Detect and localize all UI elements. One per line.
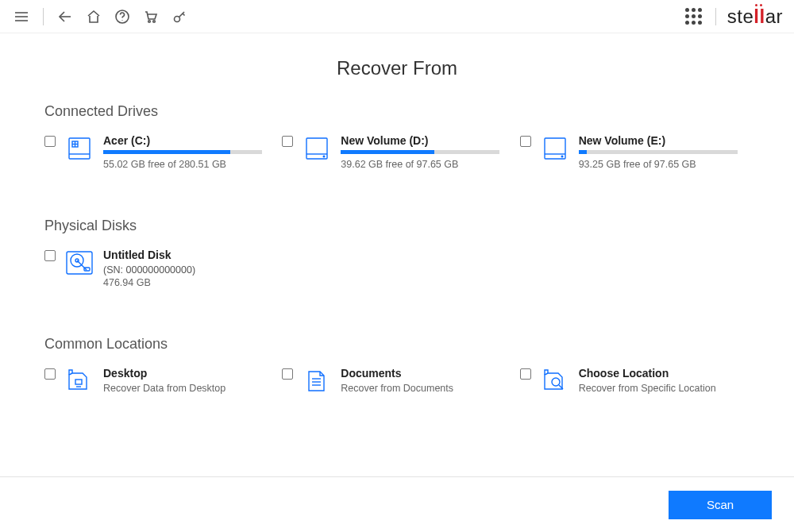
header-left: [11, 6, 190, 27]
checkbox[interactable]: [520, 368, 531, 380]
divider: [43, 8, 44, 25]
drive-body: Acer (C:) 55.02 GB free of 280.51 GB: [103, 134, 274, 170]
brand-logo: stellar: [727, 6, 783, 28]
location-choose[interactable]: Choose Location Recover from Specific Lo…: [520, 367, 750, 395]
svg-point-5: [121, 19, 122, 20]
svg-rect-26: [75, 380, 82, 384]
location-sub: Recover from Specific Location: [579, 383, 750, 394]
desktop-icon: [64, 367, 95, 395]
footer: Scan: [0, 476, 794, 532]
choose-location-icon: [539, 367, 571, 395]
key-icon[interactable]: [169, 6, 190, 27]
svg-point-21: [561, 156, 563, 157]
location-title: Choose Location: [579, 367, 750, 380]
usage-fill: [579, 150, 587, 154]
drive-sub: 93.25 GB free of 97.65 GB: [579, 159, 750, 170]
section-connected-drives: Connected Drives Acer (C:) 55.02 GB free…: [0, 103, 794, 170]
checkbox[interactable]: [44, 368, 56, 380]
cart-icon[interactable]: [141, 6, 161, 27]
apps-icon[interactable]: [684, 6, 704, 27]
checkbox[interactable]: [44, 250, 56, 261]
section-header: Connected Drives: [44, 103, 750, 120]
hard-disk-icon: [64, 249, 95, 277]
drive-title: New Volume (E:): [579, 134, 750, 147]
menu-icon[interactable]: [11, 6, 32, 27]
disk-size: 476.94 GB: [103, 277, 279, 288]
drive-body: New Volume (D:) 39.62 GB free of 97.65 G…: [341, 134, 511, 170]
help-icon[interactable]: [112, 6, 133, 27]
usage-bar: [579, 150, 738, 154]
disk-item[interactable]: Untitled Disk (SN: 000000000000) 476.94 …: [44, 249, 279, 288]
home-icon[interactable]: [83, 6, 104, 27]
usage-fill: [341, 150, 434, 154]
section-header: Common Locations: [44, 336, 750, 353]
disk-serial: (SN: 000000000000): [103, 264, 279, 276]
checkbox[interactable]: [282, 368, 293, 380]
locations-row: Desktop Recover Data from Desktop Docume…: [44, 367, 750, 395]
disk-title: Untitled Disk: [103, 249, 279, 261]
drive-item-e[interactable]: New Volume (E:) 93.25 GB free of 97.65 G…: [520, 134, 750, 170]
drives-row: Acer (C:) 55.02 GB free of 280.51 GB New…: [44, 134, 750, 170]
disks-row: Untitled Disk (SN: 000000000000) 476.94 …: [44, 249, 750, 288]
checkbox[interactable]: [282, 136, 293, 147]
location-title: Desktop: [103, 367, 274, 380]
svg-line-10: [183, 13, 185, 16]
section-physical-disks: Physical Disks Untitled Disk (SN: 000000…: [0, 218, 794, 288]
checkbox[interactable]: [520, 136, 531, 147]
drive-item-c[interactable]: Acer (C:) 55.02 GB free of 280.51 GB: [44, 134, 274, 170]
drive-sub: 39.62 GB free of 97.65 GB: [341, 159, 511, 170]
main-content: Recover From Connected Drives Acer (C:) …: [0, 33, 794, 476]
header-right: stellar: [684, 6, 783, 28]
location-body: Choose Location Recover from Specific Lo…: [579, 367, 750, 394]
location-body: Documents Recover from Documents: [341, 367, 511, 394]
location-sub: Recover from Documents: [341, 383, 511, 394]
drive-title: New Volume (D:): [341, 134, 511, 147]
svg-point-8: [175, 16, 180, 21]
location-body: Desktop Recover Data from Desktop: [103, 367, 274, 394]
drive-sub: 55.02 GB free of 280.51 GB: [103, 159, 274, 170]
app-header: stellar: [0, 0, 794, 33]
svg-point-31: [552, 378, 560, 386]
volume-drive-icon: [301, 134, 333, 163]
section-header: Physical Disks: [44, 218, 750, 234]
svg-point-6: [148, 20, 151, 22]
location-title: Documents: [341, 367, 511, 380]
location-desktop[interactable]: Desktop Recover Data from Desktop: [44, 367, 274, 395]
drive-item-d[interactable]: New Volume (D:) 39.62 GB free of 97.65 G…: [282, 134, 511, 170]
drive-body: New Volume (E:) 93.25 GB free of 97.65 G…: [579, 134, 750, 170]
disk-body: Untitled Disk (SN: 000000000000) 476.94 …: [103, 249, 279, 288]
svg-point-7: [153, 20, 156, 22]
scan-button[interactable]: Scan: [669, 491, 772, 519]
system-drive-icon: [64, 134, 95, 163]
volume-drive-icon: [539, 134, 571, 163]
back-icon[interactable]: [55, 6, 75, 27]
divider: [715, 8, 716, 25]
checkbox[interactable]: [44, 136, 56, 147]
section-common-locations: Common Locations Desktop Recover Data fr…: [0, 336, 794, 395]
usage-bar: [341, 150, 499, 154]
svg-point-18: [324, 156, 326, 157]
drive-title: Acer (C:): [103, 134, 274, 147]
usage-bar: [103, 150, 262, 154]
page-title: Recover From: [0, 57, 794, 79]
documents-icon: [301, 367, 333, 395]
usage-fill: [103, 150, 230, 154]
location-documents[interactable]: Documents Recover from Documents: [282, 367, 511, 395]
location-sub: Recover Data from Desktop: [103, 383, 274, 394]
